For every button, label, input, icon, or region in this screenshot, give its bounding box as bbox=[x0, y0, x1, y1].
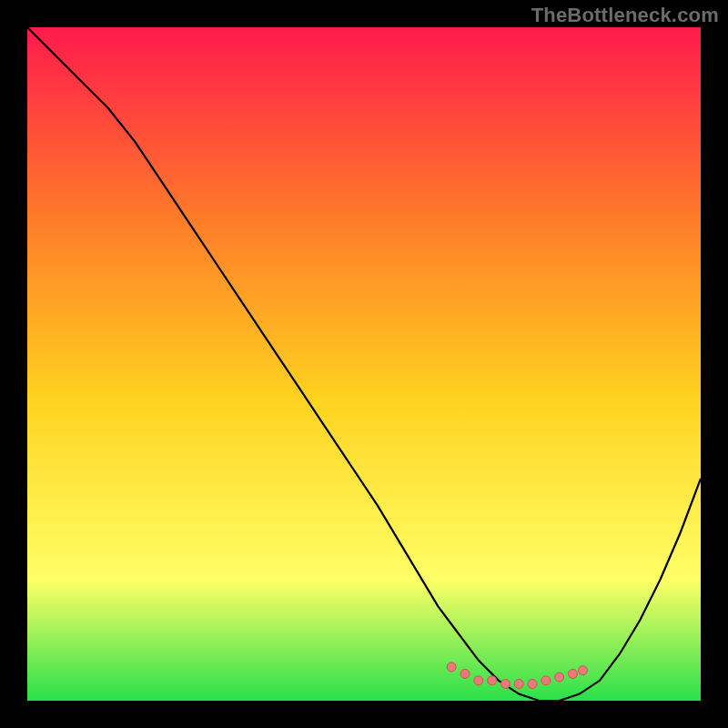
marker-dot bbox=[474, 676, 483, 685]
gradient-background bbox=[27, 27, 701, 701]
marker-dot bbox=[500, 680, 510, 689]
marker-dot bbox=[488, 676, 497, 685]
marker-dot bbox=[514, 680, 523, 689]
marker-dot bbox=[555, 672, 564, 682]
marker-dot bbox=[460, 669, 470, 678]
marker-dot bbox=[541, 676, 551, 685]
watermark-label: TheBottleneck.com bbox=[531, 4, 719, 27]
bottleneck-chart bbox=[27, 27, 701, 701]
marker-dot bbox=[528, 680, 537, 689]
marker-dot bbox=[579, 666, 588, 675]
marker-dot bbox=[568, 669, 577, 678]
chart-frame: TheBottleneck.com bbox=[0, 0, 728, 728]
marker-dot bbox=[447, 662, 456, 672]
plot-area bbox=[27, 27, 701, 701]
